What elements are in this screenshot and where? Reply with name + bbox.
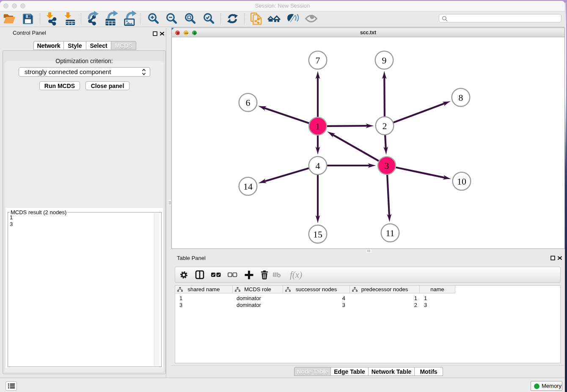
- svg-text:6: 6: [246, 97, 250, 108]
- svg-text:14: 14: [243, 181, 253, 192]
- svg-text:11: 11: [385, 228, 394, 238]
- svg-text:3: 3: [385, 160, 389, 171]
- svg-text:2: 2: [383, 121, 387, 131]
- svg-text:f(x): f(x): [290, 270, 302, 280]
- svg-text:4: 4: [316, 160, 320, 171]
- svg-text:1: 1: [316, 121, 320, 132]
- svg-text:9: 9: [382, 55, 387, 66]
- svg-text:15: 15: [313, 229, 322, 240]
- svg-text:10: 10: [457, 176, 466, 187]
- svg-text:8: 8: [459, 92, 463, 103]
- svg-text:7: 7: [316, 55, 320, 66]
